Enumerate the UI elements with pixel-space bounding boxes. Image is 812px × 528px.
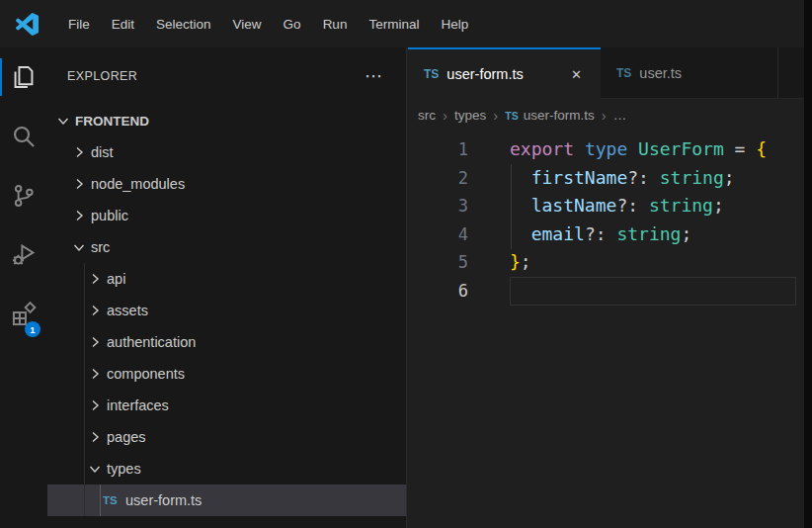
ts-file-icon: TS — [616, 66, 631, 80]
chevron-right-icon — [87, 429, 107, 445]
code-line-2[interactable]: 2 firstName?: string; — [408, 164, 812, 193]
code-line-1[interactable]: 1export type UserForm = { — [408, 135, 812, 164]
code-text: }; — [510, 248, 531, 277]
chevron-down-icon — [87, 461, 107, 477]
tab-user-ts[interactable]: TSuser.ts — [601, 47, 778, 99]
files-icon — [11, 64, 37, 90]
code-line-6[interactable]: 6 — [408, 277, 812, 306]
tree-item-label: pages — [107, 429, 146, 445]
tree-item-label: src — [91, 239, 110, 255]
tree-item-assets[interactable]: assets — [47, 295, 406, 326]
code-line-4[interactable]: 4 email?: string; — [408, 220, 812, 249]
line-number: 3 — [408, 192, 468, 220]
tree-item-components[interactable]: components — [47, 358, 406, 390]
code-line-3[interactable]: 3 lastName?: string; — [408, 192, 812, 220]
tree-item-label: api — [107, 271, 125, 287]
tree-item-node-modules[interactable]: node_modules — [47, 168, 406, 200]
chevron-right-icon — [87, 271, 107, 287]
menu-item-go[interactable]: Go — [274, 12, 311, 37]
tab-bar: TSuser-form.ts✕TSuser.ts — [408, 47, 812, 99]
more-actions-button[interactable]: ⋯ — [365, 71, 382, 81]
breadcrumb-separator: › — [493, 108, 498, 123]
line-number: 1 — [408, 135, 468, 164]
menu-item-edit[interactable]: Edit — [102, 12, 144, 37]
menu-item-run[interactable]: Run — [313, 12, 358, 37]
code-text: lastName?: string; — [510, 192, 724, 220]
chevron-down-icon — [55, 113, 75, 129]
chevron-right-icon — [71, 208, 91, 223]
menu-item-file[interactable]: File — [58, 12, 100, 37]
file-tree: FRONTENDdistnode_modulespublicsrcapiasse… — [47, 105, 406, 516]
active-indicator — [0, 58, 2, 96]
tree-item-frontend[interactable]: FRONTEND — [47, 105, 406, 136]
explorer-sidebar: EXPLORER ⋯ FRONTENDdistnode_modulespubli… — [47, 47, 407, 528]
breadcrumb-item--[interactable]: … — [613, 108, 627, 123]
code-text: firstName?: string; — [510, 164, 735, 193]
line-number: 5 — [408, 248, 468, 277]
code-line-5[interactable]: 5}; — [408, 248, 812, 277]
tree-item-label: public — [91, 208, 128, 223]
ts-file-icon: TS — [505, 110, 518, 122]
indent-guide — [84, 263, 85, 516]
chevron-right-icon — [71, 176, 91, 192]
breadcrumb-item-src[interactable]: src — [418, 108, 436, 123]
tree-item-types[interactable]: types — [47, 453, 406, 484]
editor-group: TSuser-form.ts✕TSuser.ts src›types›TSuse… — [408, 47, 812, 528]
tree-item-interfaces[interactable]: interfaces — [47, 390, 406, 421]
tree-item-label: FRONTEND — [75, 114, 149, 129]
tree-item-authentication[interactable]: authentication — [47, 326, 406, 358]
tree-item-label: dist — [91, 144, 114, 160]
breadcrumb-separator: › — [443, 108, 447, 123]
tree-item-label: components — [107, 366, 185, 382]
tree-item-dist[interactable]: dist — [47, 136, 406, 168]
tree-item-label: user-form.ts — [125, 492, 202, 508]
activity-item-source-control[interactable] — [0, 166, 47, 225]
activity-item-run-debug[interactable] — [0, 225, 47, 285]
source-control-icon — [11, 183, 37, 209]
tree-item-label: interfaces — [107, 397, 169, 413]
chevron-down-icon — [71, 239, 91, 255]
activity-bar: 1 — [0, 47, 47, 528]
menu-item-help[interactable]: Help — [431, 12, 478, 37]
breadcrumb-separator: › — [602, 108, 607, 123]
tree-item-src[interactable]: src — [47, 231, 406, 263]
menu-bar: FileEditSelectionViewGoRunTerminalHelp — [58, 12, 480, 37]
chevron-right-icon — [87, 334, 107, 350]
close-icon[interactable]: ✕ — [568, 66, 585, 83]
line-number: 2 — [408, 164, 468, 193]
tab-label: user.ts — [639, 65, 682, 81]
extensions-badge: 1 — [25, 321, 41, 337]
activity-item-extensions[interactable]: 1 — [0, 285, 47, 344]
code-editor[interactable]: 1export type UserForm = {2 firstName?: s… — [408, 132, 812, 528]
activity-item-search[interactable] — [0, 107, 47, 166]
chevron-right-icon — [87, 397, 107, 413]
code-text: email?: string; — [510, 220, 691, 249]
sidebar-title: EXPLORER — [67, 69, 137, 83]
breadcrumb-item-user-form-ts[interactable]: TSuser-form.ts — [505, 108, 594, 123]
tab-user-form-ts[interactable]: TSuser-form.ts✕ — [408, 47, 601, 99]
vscode-logo-icon — [16, 13, 39, 36]
menu-item-selection[interactable]: Selection — [146, 12, 221, 37]
tree-item-user-form-ts[interactable]: TSuser-form.ts — [47, 484, 406, 516]
search-icon — [11, 124, 37, 149]
breadcrumb-item-types[interactable]: types — [454, 108, 486, 123]
ts-file-icon: TS — [103, 494, 119, 506]
indent-guide-active — [100, 484, 101, 516]
chevron-right-icon — [87, 366, 107, 382]
title-bar: FileEditSelectionViewGoRunTerminalHelp — [0, 0, 812, 47]
tree-item-api[interactable]: api — [47, 263, 406, 295]
tree-item-label: assets — [107, 303, 148, 318]
tree-item-label: types — [107, 461, 141, 477]
ts-file-icon: TS — [424, 67, 439, 81]
activity-item-explorer[interactable] — [0, 47, 47, 107]
window-edge — [804, 0, 812, 528]
menu-item-terminal[interactable]: Terminal — [359, 12, 429, 37]
tree-item-pages[interactable]: pages — [47, 421, 406, 453]
vscode-window: FileEditSelectionViewGoRunTerminalHelp 1… — [0, 0, 812, 528]
code-text: export type UserForm = { — [510, 135, 767, 164]
tree-item-public[interactable]: public — [47, 200, 406, 231]
code-lines: 1export type UserForm = {2 firstName?: s… — [408, 132, 812, 305]
debug-icon — [11, 242, 37, 268]
chevron-right-icon — [71, 144, 91, 160]
menu-item-view[interactable]: View — [223, 12, 272, 37]
